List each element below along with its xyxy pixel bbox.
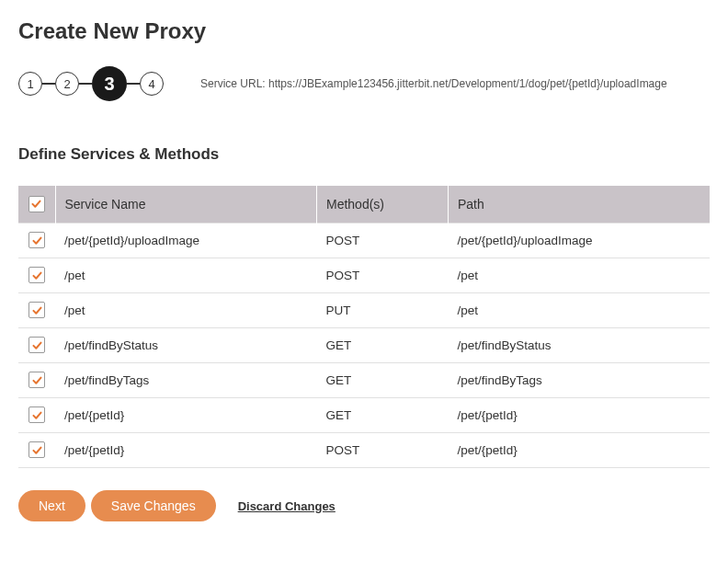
- check-icon: [31, 409, 43, 421]
- method-cell: GET: [316, 328, 448, 363]
- service-name-cell: /pet: [55, 293, 316, 328]
- step-2[interactable]: 2: [55, 72, 79, 96]
- path-cell: /pet/{petId}: [449, 433, 711, 468]
- step-4[interactable]: 4: [140, 72, 164, 96]
- path-cell: /pet/findByStatus: [449, 328, 711, 363]
- check-icon: [31, 269, 43, 281]
- header-methods: Method(s): [316, 186, 448, 223]
- path-cell: /pet/findByTags: [449, 363, 711, 398]
- row-checkbox-cell: [18, 328, 55, 363]
- row-checkbox-cell: [18, 258, 55, 293]
- row-checkbox[interactable]: [28, 372, 45, 388]
- step-3[interactable]: 3: [92, 66, 127, 101]
- stepper: 1234: [18, 66, 164, 101]
- service-name-cell: /pet/findByTags: [55, 363, 316, 398]
- service-url-text: Service URL: https://JBExample123456.jit…: [200, 77, 667, 90]
- row-checkbox[interactable]: [28, 267, 45, 283]
- step-1[interactable]: 1: [18, 72, 42, 96]
- row-checkbox[interactable]: [28, 441, 45, 458]
- service-name-cell: /pet/{petId}/uploadImage: [55, 223, 316, 258]
- service-name-cell: /pet/{petId}: [55, 398, 316, 433]
- step-connector: [42, 83, 55, 85]
- table-header-row: Service Name Method(s) Path: [18, 186, 710, 223]
- row-checkbox[interactable]: [28, 406, 45, 423]
- service-name-cell: /pet/{petId}: [55, 433, 316, 468]
- header-path: Path: [449, 186, 711, 223]
- table-row: /petPUT/pet: [18, 293, 710, 328]
- row-checkbox-cell: [18, 293, 55, 328]
- row-checkbox-cell: [18, 398, 55, 433]
- method-cell: GET: [316, 398, 448, 433]
- method-cell: POST: [316, 433, 448, 468]
- method-cell: PUT: [316, 293, 448, 328]
- table-row: /pet/{petId}GET/pet/{petId}: [18, 398, 710, 433]
- service-name-cell: /pet: [55, 258, 316, 293]
- table-row: /pet/findByStatusGET/pet/findByStatus: [18, 328, 710, 363]
- row-checkbox[interactable]: [28, 232, 45, 248]
- next-button[interactable]: Next: [18, 490, 85, 521]
- path-cell: /pet: [449, 258, 711, 293]
- path-cell: /pet: [449, 293, 711, 328]
- check-icon: [31, 304, 43, 316]
- step-connector: [79, 83, 92, 85]
- service-name-cell: /pet/findByStatus: [55, 328, 316, 363]
- check-icon: [30, 198, 42, 210]
- row-checkbox[interactable]: [28, 302, 45, 318]
- row-checkbox[interactable]: [28, 337, 45, 353]
- check-icon: [31, 339, 43, 351]
- header-row: 1234 Service URL: https://JBExample12345…: [18, 66, 710, 101]
- row-checkbox-cell: [18, 433, 55, 468]
- page-title: Create New Proxy: [18, 18, 710, 44]
- save-changes-button[interactable]: Save Changes: [91, 490, 216, 521]
- header-service-name: Service Name: [55, 186, 316, 223]
- table-body: /pet/{petId}/uploadImagePOST/pet/{petId}…: [18, 223, 710, 468]
- table-row: /pet/{petId}POST/pet/{petId}: [18, 433, 710, 468]
- services-table: Service Name Method(s) Path /pet/{petId}…: [18, 186, 710, 468]
- method-cell: GET: [316, 363, 448, 398]
- footer-actions: Next Save Changes Discard Changes: [18, 490, 710, 521]
- row-checkbox-cell: [18, 223, 55, 258]
- select-all-checkbox[interactable]: [28, 196, 45, 212]
- row-checkbox-cell: [18, 363, 55, 398]
- discard-changes-link[interactable]: Discard Changes: [238, 499, 336, 513]
- section-title-define-services: Define Services & Methods: [18, 145, 710, 164]
- services-table-wrapper: Service Name Method(s) Path /pet/{petId}…: [18, 186, 710, 468]
- header-checkbox-col: [18, 186, 55, 223]
- check-icon: [31, 235, 43, 246]
- method-cell: POST: [316, 258, 448, 293]
- check-icon: [31, 374, 43, 386]
- method-cell: POST: [316, 223, 448, 258]
- table-row: /petPOST/pet: [18, 258, 710, 293]
- table-row: /pet/findByTagsGET/pet/findByTags: [18, 363, 710, 398]
- step-connector: [127, 83, 140, 85]
- check-icon: [31, 444, 43, 456]
- path-cell: /pet/{petId}: [449, 398, 711, 433]
- table-row: /pet/{petId}/uploadImagePOST/pet/{petId}…: [18, 223, 710, 258]
- path-cell: /pet/{petId}/uploadImage: [449, 223, 711, 258]
